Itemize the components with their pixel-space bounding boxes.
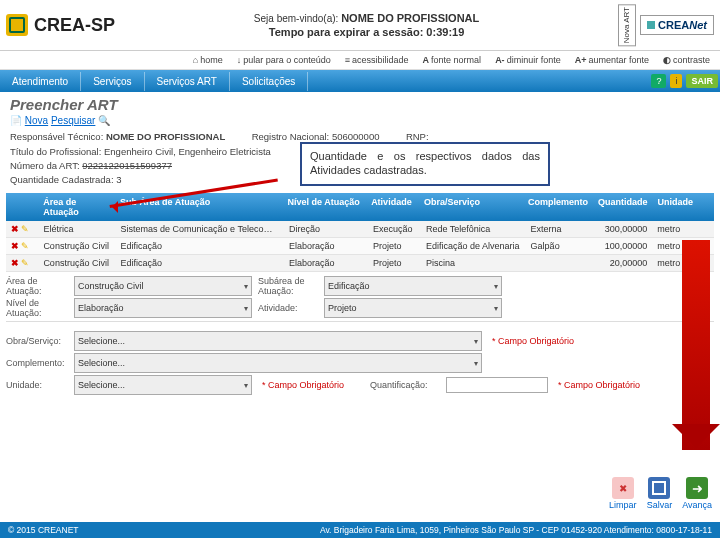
contrast-icon: ◐ <box>663 55 671 65</box>
menu-servicos-art[interactable]: Serviços ART <box>145 72 230 91</box>
link-pesquisar[interactable]: Pesquisar <box>51 115 95 126</box>
brand-text: CREA-SP <box>34 15 115 36</box>
save-icon <box>648 477 670 499</box>
menu-solicitacoes[interactable]: Solicitações <box>230 72 308 91</box>
annotation-callout: Quantidade e os respectivos dados das At… <box>300 142 550 186</box>
font-plus-icon: A+ <box>575 55 587 65</box>
tool-font-normal[interactable]: Afonte normal <box>423 55 482 65</box>
edit-icon[interactable]: ✎ <box>21 258 29 268</box>
select-atividade[interactable]: Projeto▾ <box>324 298 502 318</box>
tool-font-dec[interactable]: A-diminuir fonte <box>495 55 561 65</box>
big-red-arrow-icon <box>682 240 710 450</box>
home-icon: ⌂ <box>193 55 198 65</box>
link-nova[interactable]: Nova <box>25 115 48 126</box>
clear-icon <box>612 477 634 499</box>
tool-contrast[interactable]: ◐contraste <box>663 55 710 65</box>
delete-icon[interactable]: ✖ <box>11 224 19 234</box>
chevron-down-icon: ▾ <box>244 381 248 390</box>
tool-font-inc[interactable]: A+aumentar fonte <box>575 55 649 65</box>
table-row: ✖✎Construção CivilEdificaçãoElaboraçãoPr… <box>6 255 714 272</box>
exit-button[interactable]: SAIR <box>686 74 718 88</box>
welcome-block: Seja bem-vindo(a): NOME DO PROFISSIONAL … <box>115 11 618 40</box>
clear-button[interactable]: Limpar <box>609 477 637 510</box>
select-obra[interactable]: Selecione...▾ <box>74 331 482 351</box>
save-button[interactable]: Salvar <box>647 477 673 510</box>
edit-icon[interactable]: ✎ <box>21 241 29 251</box>
chevron-down-icon: ▾ <box>494 304 498 313</box>
chevron-down-icon: ▾ <box>244 282 248 291</box>
delete-icon[interactable]: ✖ <box>11 241 19 251</box>
tool-skip[interactable]: ↓pular para o conteúdo <box>237 55 331 65</box>
menu-atendimento[interactable]: Atendimento <box>0 72 81 91</box>
footer-copyright: © 2015 CREANET <box>8 525 79 535</box>
brand-badge-icon <box>6 14 28 36</box>
brand-logo: CREA-SP <box>6 14 115 36</box>
chevron-down-icon: ▾ <box>494 282 498 291</box>
footer-address: Av. Brigadeiro Faria Lima, 1059, Pinheir… <box>320 525 712 535</box>
creanet-icon <box>647 21 655 29</box>
table-row: ✖✎Construção CivilEdificaçãoElaboraçãoPr… <box>6 238 714 255</box>
chevron-down-icon: ▾ <box>474 337 478 346</box>
font-minus-icon: A- <box>495 55 505 65</box>
annotation-arrow-icon <box>110 168 290 208</box>
page-title: Preencher ART <box>10 96 720 113</box>
select-nivel[interactable]: Elaboração▾ <box>74 298 252 318</box>
select-subarea[interactable]: Edificação▾ <box>324 276 502 296</box>
chevron-down-icon: ▾ <box>244 304 248 313</box>
new-icon: 📄 <box>10 115 22 126</box>
tool-home[interactable]: ⌂home <box>193 55 223 65</box>
select-area[interactable]: Construção Civil▾ <box>74 276 252 296</box>
table-row: ✖✎ElétricaSistemas de Comunicação e Tele… <box>6 221 714 238</box>
help-button[interactable]: ? <box>651 74 666 88</box>
search-icon: 🔍 <box>98 115 110 126</box>
list-icon: ≡ <box>345 55 350 65</box>
nova-art-badge: Nova ART <box>618 4 636 46</box>
menu-servicos[interactable]: Serviços <box>81 72 144 91</box>
font-icon: A <box>423 55 430 65</box>
arrow-down-icon: ↓ <box>237 55 242 65</box>
tool-accessibility[interactable]: ≡acessibilidade <box>345 55 409 65</box>
advance-button[interactable]: Avança <box>682 477 712 510</box>
delete-icon[interactable]: ✖ <box>11 258 19 268</box>
input-quantificacao[interactable] <box>446 377 548 393</box>
session-timer: Tempo para expirar a sessão: 0:39:19 <box>269 26 464 38</box>
chevron-down-icon: ▾ <box>474 359 478 368</box>
select-complemento[interactable]: Selecione...▾ <box>74 353 482 373</box>
select-unidade[interactable]: Selecione...▾ <box>74 375 252 395</box>
advance-icon <box>686 477 708 499</box>
creanet-badge: CREANet <box>640 15 714 35</box>
info-button[interactable]: i <box>670 74 682 88</box>
edit-icon[interactable]: ✎ <box>21 224 29 234</box>
